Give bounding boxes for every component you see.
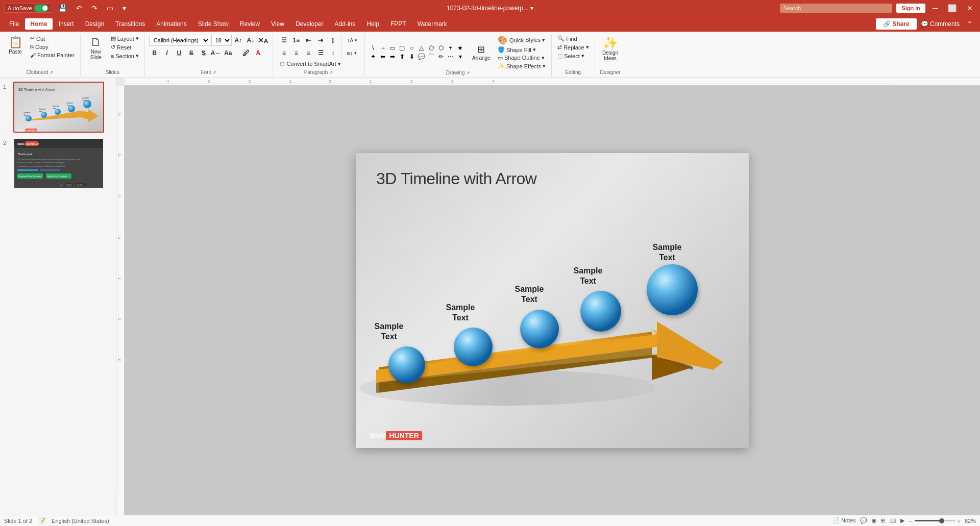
replace-button[interactable]: ⇄ Replace ▾ bbox=[556, 43, 590, 51]
clear-format[interactable]: ✕A bbox=[257, 35, 268, 46]
layout-button[interactable]: ▤ Layout ▾ bbox=[109, 35, 140, 42]
menu-fppt[interactable]: FPPT bbox=[385, 18, 411, 30]
slide-sorter[interactable]: ⊞ bbox=[880, 517, 885, 524]
shape-pentagon[interactable]: ⬠ bbox=[427, 44, 435, 52]
shape-4star[interactable]: ✦ bbox=[369, 53, 377, 61]
menu-addins[interactable]: Add-ins bbox=[330, 18, 361, 30]
align-text-button[interactable]: ≡↕ ▾ bbox=[345, 49, 358, 57]
shadow-button[interactable]: S bbox=[198, 47, 209, 59]
normal-view[interactable]: ▣ bbox=[871, 517, 876, 524]
text-direction-button[interactable]: ↕A ▾ bbox=[345, 37, 359, 44]
decrease-indent[interactable]: ⇤ bbox=[303, 35, 314, 46]
zoom-increase[interactable]: + bbox=[958, 518, 961, 524]
customize-button[interactable]: ▾ bbox=[119, 3, 129, 13]
shape-circle[interactable]: ○ bbox=[408, 44, 416, 52]
numbering-button[interactable]: 1≡ bbox=[290, 35, 302, 46]
char-spacing-button[interactable]: A↔ bbox=[210, 47, 222, 59]
menu-design[interactable]: Design bbox=[80, 18, 109, 30]
shape-freeform[interactable]: ✏ bbox=[437, 53, 445, 61]
columns-button[interactable]: ⫿ bbox=[327, 35, 338, 46]
shape-arrow-up[interactable]: ⬆ bbox=[398, 53, 406, 61]
redo-button[interactable]: ↷ bbox=[88, 3, 101, 13]
slide-canvas[interactable]: 3D Timeline with Arrow bbox=[125, 86, 980, 515]
shape-star[interactable]: ★ bbox=[456, 44, 464, 52]
shape-arrow[interactable]: → bbox=[379, 44, 387, 52]
shape-rect[interactable]: ▭ bbox=[388, 44, 397, 52]
underline-button[interactable]: U bbox=[174, 47, 185, 59]
autosave-toggle[interactable] bbox=[34, 5, 48, 12]
close-button[interactable]: ✕ bbox=[964, 3, 976, 13]
reading-view[interactable]: 📖 bbox=[889, 517, 896, 524]
comments-button[interactable]: 💬 Comments bbox=[921, 20, 960, 28]
align-left[interactable]: ≡ bbox=[278, 47, 289, 59]
align-center[interactable]: ≡ bbox=[290, 47, 302, 59]
shape-arrow-right[interactable]: ➡ bbox=[388, 53, 397, 61]
reset-button[interactable]: ↺ Reset bbox=[109, 43, 140, 51]
present-view[interactable]: ▶ bbox=[900, 517, 904, 524]
font-color-button[interactable]: A bbox=[253, 47, 264, 59]
minimize-button[interactable]: ─ bbox=[929, 3, 941, 13]
zoom-decrease[interactable]: ─ bbox=[909, 518, 913, 524]
align-right[interactable]: ≡ bbox=[303, 47, 314, 59]
slide-thumbnail-1[interactable]: 1 3D Timeline with Arrow bbox=[3, 82, 113, 133]
new-slide-button[interactable]: 🗋 New Slide bbox=[85, 35, 107, 61]
italic-button[interactable]: I bbox=[161, 47, 173, 59]
bold-button[interactable]: B bbox=[149, 47, 160, 59]
strikethrough-button[interactable]: S bbox=[186, 47, 197, 59]
menu-home[interactable]: Home bbox=[25, 18, 52, 30]
shape-callout[interactable]: 💬 bbox=[418, 53, 426, 61]
font-name-select[interactable]: Calibri (Headings) bbox=[149, 35, 210, 46]
shape-curve[interactable]: ⌒ bbox=[427, 53, 435, 61]
menu-slideshow[interactable]: Slide Show bbox=[193, 18, 234, 30]
format-painter-button[interactable]: 🖌 Format Painter bbox=[29, 52, 76, 59]
shape-expand[interactable]: ▾ bbox=[456, 53, 464, 61]
present-button[interactable]: ▭ bbox=[104, 3, 116, 13]
section-button[interactable]: ≡ Section ▾ bbox=[109, 52, 140, 60]
zoom-control[interactable]: ─ + bbox=[909, 518, 961, 524]
justify[interactable]: ☰ bbox=[315, 47, 326, 59]
comment-button[interactable]: 💬 bbox=[860, 517, 867, 524]
zoom-level[interactable]: 82% bbox=[965, 518, 976, 524]
slide-img-2[interactable]: Slide HUNTER Thank you! You can use this… bbox=[13, 138, 104, 189]
convert-smartart-button[interactable]: ⬡ Convert to SmartArt ▾ bbox=[278, 60, 342, 68]
case-button[interactable]: Aa bbox=[223, 47, 234, 59]
quick-styles-button[interactable]: 🎨 Quick Styles ▾ bbox=[496, 35, 547, 45]
menu-animations[interactable]: Animations bbox=[151, 18, 191, 30]
menu-help[interactable]: Help bbox=[361, 18, 384, 30]
shape-arrow-left[interactable]: ⬅ bbox=[379, 53, 387, 61]
find-button[interactable]: 🔍 Find bbox=[556, 35, 578, 42]
menu-watermark[interactable]: Watermark bbox=[412, 18, 452, 30]
slide-img-1[interactable]: 3D Timeline with Arrow bbox=[13, 82, 104, 133]
font-size-increase[interactable]: A↑ bbox=[233, 35, 244, 46]
paste-button[interactable]: 📋 Paste bbox=[4, 35, 27, 56]
restore-button[interactable]: ⬜ bbox=[945, 3, 960, 13]
font-size-decrease[interactable]: A↓ bbox=[245, 35, 256, 46]
shape-fill-button[interactable]: 🪣 Shape Fill ▾ bbox=[496, 46, 547, 54]
ribbon-collapse[interactable]: ⌃ bbox=[964, 19, 976, 29]
signin-button[interactable]: Sign in bbox=[896, 4, 925, 13]
shape-outline-button[interactable]: ▭ Shape Outline ▾ bbox=[496, 54, 547, 62]
save-button[interactable]: 💾 bbox=[55, 3, 70, 13]
menu-review[interactable]: Review bbox=[235, 18, 265, 30]
copy-button[interactable]: ⎘ Copy bbox=[29, 43, 76, 51]
shape-line[interactable]: \ bbox=[369, 44, 377, 52]
undo-button[interactable]: ↶ bbox=[73, 3, 85, 13]
design-ideas-button[interactable]: ✨ Design Ideas bbox=[599, 35, 622, 62]
zoom-slider[interactable] bbox=[915, 520, 955, 521]
font-size-select[interactable]: 18 bbox=[211, 35, 232, 46]
line-spacing[interactable]: ↕ bbox=[327, 47, 338, 59]
search-input[interactable] bbox=[780, 4, 892, 13]
share-button[interactable]: 🔗 Share bbox=[876, 18, 917, 30]
slide-thumbnail-2[interactable]: 2 Slide HUNTER Thank you! You can use th… bbox=[3, 138, 113, 189]
cut-button[interactable]: ✂ Cut bbox=[29, 35, 76, 42]
autosave-badge[interactable]: AutoSave bbox=[4, 4, 52, 13]
shape-effects-button[interactable]: ✨ Shape Effects ▾ bbox=[496, 62, 547, 70]
shape-arrow-down[interactable]: ⬇ bbox=[408, 53, 416, 61]
menu-file[interactable]: File bbox=[4, 18, 24, 30]
highlight-button[interactable]: 🖊 bbox=[240, 47, 252, 59]
menu-developer[interactable]: Developer bbox=[290, 18, 329, 30]
menu-transitions[interactable]: Transitions bbox=[110, 18, 150, 30]
shape-hex[interactable]: ⬡ bbox=[437, 44, 445, 52]
menu-insert[interactable]: Insert bbox=[54, 18, 79, 30]
shape-more[interactable]: ⋯ bbox=[447, 53, 455, 61]
